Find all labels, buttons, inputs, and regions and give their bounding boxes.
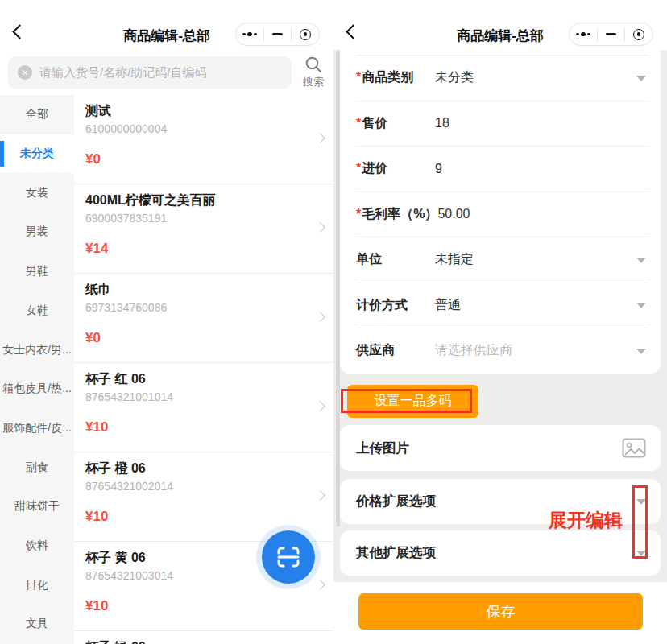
form-row-margin[interactable]: *毛利率（%） 50.00 [356, 192, 649, 237]
category-item[interactable]: 副食 [0, 448, 74, 487]
search-button[interactable]: 搜索 [296, 56, 334, 89]
category-sidebar: 全部 未分类 女装 男装 男鞋 女鞋 女士内衣/男... 箱包皮具/热... 服… [0, 95, 74, 644]
chevron-right-icon [315, 580, 325, 590]
category-item[interactable]: 女士内衣/男... [0, 330, 74, 369]
form-row-purchase-price[interactable]: *进价 9 [356, 146, 649, 192]
product-name: 杯子 红 06 [85, 371, 314, 388]
upload-label: 上传图片 [356, 440, 622, 457]
product-code: 87654321002014 [85, 480, 314, 493]
clear-icon[interactable]: ✕ [18, 65, 32, 80]
field-label: 计价方式 [356, 297, 435, 314]
scrollbar[interactable] [336, 50, 340, 527]
field-placeholder: 请选择供应商 [435, 342, 512, 359]
edit-form-card: *商品类别 未分类 *售价 18 *进价 9 *毛利率（%） 50.00 单位 … [340, 50, 661, 374]
multi-barcode-button[interactable]: 设置一品多码 [347, 385, 478, 418]
chevron-right-icon [315, 490, 325, 501]
field-label: *商品类别 [356, 69, 435, 86]
field-label: *进价 [356, 160, 435, 177]
more-icon[interactable] [570, 23, 597, 45]
capsule-menu [235, 23, 320, 46]
dropdown-arrow-icon[interactable] [636, 551, 646, 556]
form-row-unit[interactable]: 单位 未指定 [356, 237, 649, 283]
category-item[interactable]: 女鞋 [0, 291, 74, 331]
field-value: 未指定 [435, 251, 474, 268]
close-circle-icon[interactable] [625, 23, 652, 45]
product-name: 杯子 绿 06 [85, 639, 314, 644]
product-list-screen: 商品编辑-总部 ✕ 请输入货号/名称/助记码/自编码 [0, 0, 334, 644]
annotation-text: 展开编辑 [549, 508, 623, 533]
product-price: ¥10 [85, 509, 314, 525]
category-item[interactable]: 男装 [0, 213, 74, 252]
form-row-supplier[interactable]: 供应商 请选择供应商 [356, 328, 649, 374]
field-value: 50.00 [437, 207, 470, 221]
required-mark: * [356, 70, 361, 84]
category-item[interactable]: 男鞋 [0, 252, 74, 291]
search-bar: ✕ 请输入货号/名称/助记码/自编码 搜索 [0, 50, 334, 95]
product-item[interactable]: 杯子 红 06 87654321001014 ¥10 [74, 363, 334, 452]
chevron-right-icon [315, 312, 325, 322]
field-label: *售价 [356, 115, 435, 132]
dropdown-arrow-icon[interactable] [636, 258, 646, 263]
search-button-label: 搜索 [303, 75, 324, 89]
close-circle-icon[interactable] [292, 23, 319, 45]
product-price: ¥10 [85, 598, 314, 614]
search-icon [304, 56, 323, 74]
category-item[interactable]: 服饰配件/皮... [0, 409, 74, 448]
product-item[interactable]: 400ML柠檬可之美百丽 6900037835191 ¥14 [74, 184, 334, 274]
category-item[interactable]: 文具 [0, 605, 74, 644]
scan-button[interactable] [262, 530, 315, 584]
right-navbar: 商品编辑-总部 [334, 0, 667, 50]
product-item[interactable]: 测试 6100000000004 ¥0 [74, 95, 334, 184]
upload-image-card[interactable]: 上传图片 [340, 425, 661, 471]
product-item[interactable]: 杯子 绿 06 [74, 631, 334, 644]
field-label: 供应商 [356, 342, 435, 359]
form-row-pricing-mode[interactable]: 计价方式 普通 [356, 283, 649, 328]
product-price: ¥0 [85, 151, 314, 167]
product-name: 400ML柠檬可之美百丽 [85, 192, 314, 209]
field-label: *毛利率（%） [356, 206, 437, 223]
more-icon[interactable] [236, 23, 263, 45]
scan-icon [273, 542, 304, 572]
category-item[interactable]: 甜味饼干 [0, 487, 74, 526]
other-extended-options-card[interactable]: 其他扩展选项 [340, 530, 661, 576]
dropdown-arrow-icon[interactable] [636, 499, 646, 505]
product-item[interactable]: 杯子 橙 06 87654321002014 ¥10 [74, 452, 334, 542]
product-edit-screen: 商品编辑-总部 *商品类别 未分类 *售价 18 [334, 0, 667, 644]
save-button[interactable]: 保存 [358, 593, 643, 630]
field-value: 未分类 [435, 69, 474, 86]
product-price: ¥14 [85, 241, 314, 257]
dropdown-arrow-icon[interactable] [636, 349, 646, 354]
category-item[interactable]: 日化 [0, 565, 74, 605]
expand-section-label: 其他扩展选项 [356, 544, 636, 562]
search-input[interactable]: ✕ 请输入货号/名称/助记码/自编码 [8, 56, 292, 89]
category-item[interactable]: 女装 [0, 173, 74, 213]
save-bar: 保存 [334, 582, 667, 644]
screenshot-canvas: 商品编辑-总部 ✕ 请输入货号/名称/助记码/自编码 [0, 0, 667, 644]
image-icon [622, 438, 646, 458]
product-name: 纸巾 [85, 282, 314, 299]
field-value: 普通 [435, 297, 461, 314]
category-item-selected[interactable]: 未分类 [0, 134, 74, 174]
required-mark: * [356, 207, 361, 221]
product-code: 6900037835191 [85, 212, 314, 225]
product-name: 杯子 橙 06 [85, 460, 314, 477]
category-item[interactable]: 箱包皮具/热... [0, 369, 74, 409]
form-row-sale-price[interactable]: *售价 18 [356, 101, 649, 147]
product-price: ¥10 [85, 419, 314, 436]
field-label: 单位 [356, 251, 435, 268]
chevron-right-icon [315, 401, 325, 411]
field-value: 9 [435, 162, 442, 176]
field-value: 18 [435, 116, 450, 130]
form-row-category[interactable]: *商品类别 未分类 [356, 55, 649, 101]
minimize-icon[interactable] [598, 23, 625, 45]
dropdown-arrow-icon[interactable] [636, 76, 646, 81]
category-item[interactable]: 饮料 [0, 526, 74, 566]
dropdown-arrow-icon[interactable] [636, 303, 646, 308]
required-mark: * [356, 116, 361, 130]
product-item[interactable]: 纸巾 6973134760086 ¥0 [74, 274, 334, 363]
product-code: 87654321001014 [85, 390, 314, 403]
product-name: 测试 [85, 103, 314, 120]
category-item[interactable]: 全部 [0, 95, 74, 134]
left-navbar: 商品编辑-总部 [0, 0, 334, 50]
minimize-icon[interactable] [264, 23, 292, 45]
